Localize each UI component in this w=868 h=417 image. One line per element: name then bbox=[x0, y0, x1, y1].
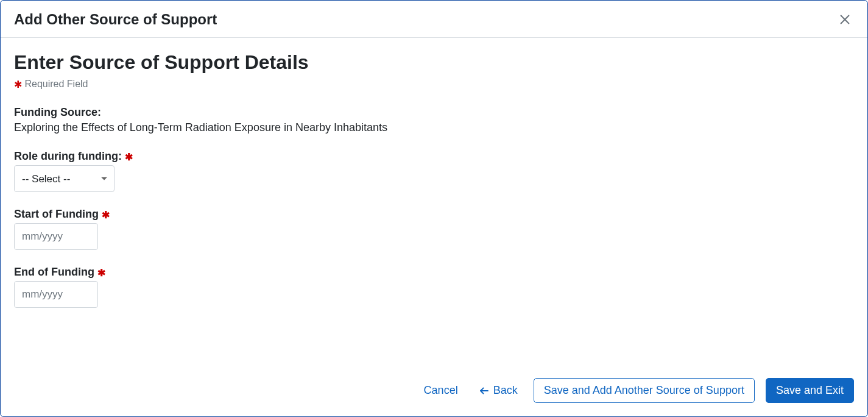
close-icon bbox=[838, 19, 852, 28]
required-star-icon: ✱ bbox=[97, 268, 105, 278]
page-heading: Enter Source of Support Details bbox=[14, 51, 854, 74]
save-add-label: Save and Add Another Source of Support bbox=[544, 384, 744, 396]
modal-dialog: Add Other Source of Support Enter Source… bbox=[0, 0, 868, 417]
role-label: Role during funding: ✱ bbox=[14, 150, 854, 163]
role-select-wrap: -- Select -- bbox=[14, 165, 115, 192]
funding-source-block: Funding Source: Exploring the Effects of… bbox=[14, 106, 854, 134]
modal-header: Add Other Source of Support bbox=[1, 1, 867, 38]
required-note-text: Required Field bbox=[24, 79, 88, 89]
end-label: End of Funding ✱ bbox=[14, 266, 854, 279]
back-label: Back bbox=[493, 384, 518, 397]
required-star-icon: ✱ bbox=[102, 210, 110, 220]
save-exit-label: Save and Exit bbox=[776, 384, 844, 396]
role-label-text: Role during funding: bbox=[14, 150, 122, 162]
funding-source-value: Exploring the Effects of Long-Term Radia… bbox=[14, 121, 854, 134]
role-block: Role during funding: ✱ -- Select -- bbox=[14, 150, 854, 192]
start-label-text: Start of Funding bbox=[14, 208, 99, 220]
end-label-text: End of Funding bbox=[14, 266, 94, 278]
start-block: Start of Funding ✱ bbox=[14, 208, 854, 250]
cancel-label: Cancel bbox=[424, 384, 458, 397]
required-star-icon: ✱ bbox=[125, 152, 133, 162]
required-star-icon: ✱ bbox=[14, 79, 22, 90]
arrow-left-icon bbox=[479, 385, 490, 396]
required-note: ✱ Required Field bbox=[14, 79, 854, 90]
end-block: End of Funding ✱ bbox=[14, 266, 854, 308]
modal-title: Add Other Source of Support bbox=[14, 11, 217, 28]
cancel-button[interactable]: Cancel bbox=[419, 380, 463, 401]
role-select[interactable]: -- Select -- bbox=[14, 165, 115, 192]
end-of-funding-input[interactable] bbox=[14, 281, 98, 308]
save-exit-button[interactable]: Save and Exit bbox=[766, 378, 854, 403]
close-button[interactable] bbox=[836, 10, 854, 29]
start-of-funding-input[interactable] bbox=[14, 223, 98, 250]
funding-source-label: Funding Source: bbox=[14, 106, 854, 119]
modal-body: Enter Source of Support Details ✱ Requir… bbox=[1, 38, 867, 366]
start-label: Start of Funding ✱ bbox=[14, 208, 854, 221]
save-add-button[interactable]: Save and Add Another Source of Support bbox=[534, 378, 755, 403]
modal-footer: Cancel Back Save and Add Another Source … bbox=[1, 366, 867, 416]
back-button[interactable]: Back bbox=[474, 380, 523, 401]
